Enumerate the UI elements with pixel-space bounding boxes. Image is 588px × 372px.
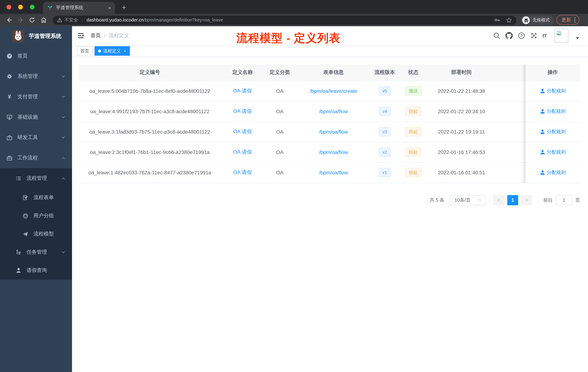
table-row: oa_leave:1:482ec033-762a-11ec-8477-a2380… <box>79 162 580 183</box>
chevron-down-icon <box>61 250 65 254</box>
col-operation: 操作 <box>525 65 580 81</box>
form-link[interactable]: /bpm/oa/flow <box>319 149 348 155</box>
sidebar-item-process-form[interactable]: 流程表单 <box>0 188 72 207</box>
logo-avatar <box>12 30 24 42</box>
person-icon <box>540 109 545 114</box>
maximize-window-button[interactable] <box>30 5 34 9</box>
assign-rule-button[interactable]: 分配规则 <box>540 108 566 114</box>
chevron-left-icon <box>496 198 501 202</box>
yen-icon: ¥ <box>7 94 12 100</box>
forward-icon[interactable] <box>17 16 24 24</box>
pagination: 共 5 条 10条/页 1 <box>79 195 580 205</box>
gear-icon <box>7 74 12 79</box>
password-key-icon[interactable] <box>494 17 500 23</box>
prev-page-button[interactable] <box>493 195 504 205</box>
definition-name-link[interactable]: OA 请假 <box>233 108 252 114</box>
table-row: oa_leave:4:991f2193-7b7f-11ec-a3c8-acde4… <box>79 101 580 121</box>
col-definition-id: 定义编号 <box>79 65 221 81</box>
url-bar[interactable]: 不安全 | dashboard.yudao.iocoder.cn/bpm/man… <box>53 15 516 25</box>
sidebar-collapse-icon[interactable] <box>77 32 84 39</box>
table-row: oa_leave:3:1fad3d93-7b75-11ec-a3c8-acde4… <box>79 121 580 142</box>
col-status: 状态 <box>398 65 429 81</box>
search-icon[interactable] <box>493 32 500 39</box>
minimize-window-button[interactable] <box>18 5 23 9</box>
col-form-info: 表单信息 <box>295 65 372 81</box>
form-link[interactable]: /bpm/oa/flow <box>319 170 348 175</box>
page-content: 定义编号 定义名称 定义分类 表单信息 流程版本 状态 部署时间 操作 <box>72 57 588 372</box>
sidebar-item-task-management[interactable]: 任务管理 <box>0 243 72 261</box>
chevron-down-icon <box>61 115 65 119</box>
new-tab-button[interactable]: + <box>119 2 129 13</box>
fullscreen-icon[interactable] <box>530 32 537 39</box>
status-badge: 挂起 <box>405 107 422 116</box>
assign-rule-button[interactable]: 分配规则 <box>540 88 566 94</box>
caret-down-icon[interactable] <box>576 37 579 39</box>
update-label: 更新 <box>561 17 571 23</box>
version-badge: v5 <box>378 86 391 96</box>
user-icon <box>16 268 21 273</box>
goto-page-input[interactable] <box>556 195 572 205</box>
browser-menu-icon[interactable] <box>574 17 576 23</box>
status-badge: 挂起 <box>405 168 422 177</box>
favicon-seedling-icon <box>47 5 53 11</box>
tag-process-definition[interactable]: 流程定义 × <box>94 46 130 56</box>
definition-table: 定义编号 定义名称 定义分类 表单信息 流程版本 状态 部署时间 操作 <box>79 65 580 183</box>
pagination-total: 共 5 条 <box>430 197 444 203</box>
app-title: 芋道管理系统 <box>29 33 62 40</box>
sidebar-item-process-model[interactable]: 流程模型 <box>0 225 72 243</box>
assign-rule-button[interactable]: 分配规则 <box>540 149 566 155</box>
person-icon <box>540 88 545 93</box>
form-link[interactable]: /bpm/oa/flow <box>319 129 348 135</box>
breadcrumb-home[interactable]: 首页 <box>91 33 101 39</box>
avatar[interactable] <box>555 29 568 43</box>
reload-icon[interactable] <box>28 16 36 24</box>
sidebar-item-workflow[interactable]: 工作流程 <box>0 148 72 168</box>
bookmark-star-icon[interactable] <box>506 17 512 23</box>
close-window-button[interactable] <box>7 5 11 9</box>
sidebar-item-process-management[interactable]: 流程管理 <box>0 168 72 188</box>
page-number-1[interactable]: 1 <box>507 195 518 205</box>
chevron-up-icon <box>61 176 65 181</box>
active-dot <box>98 50 101 52</box>
help-icon[interactable]: ? <box>518 32 525 39</box>
home-icon[interactable] <box>40 16 47 24</box>
sidebar-item-infrastructure[interactable]: 基础设施 <box>0 107 72 127</box>
browser-tab[interactable]: 芋道管理系统 × <box>43 2 115 14</box>
browser-update-button[interactable]: 更新 <box>556 15 579 25</box>
incognito-badge: 无痕模式 <box>521 15 554 25</box>
browser-window: 芋道管理系统 × + 不安全 <box>0 0 588 372</box>
github-icon[interactable] <box>505 32 513 39</box>
chevron-down-icon <box>478 198 482 202</box>
font-size-icon[interactable]: tT <box>543 33 546 39</box>
next-page-button[interactable] <box>521 195 532 205</box>
tab-close-icon[interactable]: × <box>108 5 111 11</box>
sidebar-item-home[interactable]: 首页 <box>0 46 72 66</box>
back-icon[interactable] <box>5 16 13 24</box>
col-filler <box>494 65 525 81</box>
sidebar-item-leave-query[interactable]: 请假查询 <box>0 261 72 280</box>
tag-home[interactable]: 首页 <box>77 46 92 56</box>
sidebar-item-devtools[interactable]: 研发工具 <box>0 127 72 148</box>
definition-name-link[interactable]: OA 请假 <box>233 169 252 175</box>
warning-icon <box>57 17 62 22</box>
form-link[interactable]: /bpm/oa/flow <box>319 109 348 114</box>
security-label[interactable]: 不安全 <box>64 17 78 23</box>
sidebar: 芋道管理系统 首页 <box>0 26 72 372</box>
definition-name-link[interactable]: OA 请假 <box>233 149 252 155</box>
tree-icon <box>16 249 21 255</box>
paper-plane-icon <box>22 231 28 237</box>
sidebar-item-system[interactable]: 系统管理 <box>0 66 72 87</box>
table-header-row: 定义编号 定义名称 定义分类 表单信息 流程版本 状态 部署时间 操作 <box>79 65 580 81</box>
form-link[interactable]: /bpm/oa/leave/create <box>310 88 357 94</box>
sidebar-logo[interactable]: 芋道管理系统 <box>0 26 72 46</box>
url-host: dashboard.yudao.iocoder.cn <box>86 17 144 22</box>
definition-name-link[interactable]: OA 请假 <box>233 129 252 134</box>
sidebar-item-user-group[interactable]: 用户分组 <box>0 207 72 225</box>
page-size-select[interactable]: 10条/页 <box>450 195 485 205</box>
definition-name-link[interactable]: OA 请假 <box>233 88 252 94</box>
tag-close-icon[interactable]: × <box>124 48 126 54</box>
sidebar-item-payment[interactable]: ¥ 支付管理 <box>0 87 72 107</box>
workflow-submenu: 流程管理 流程表单 <box>0 168 72 280</box>
assign-rule-button[interactable]: 分配规则 <box>540 169 566 176</box>
assign-rule-button[interactable]: 分配规则 <box>540 128 566 135</box>
